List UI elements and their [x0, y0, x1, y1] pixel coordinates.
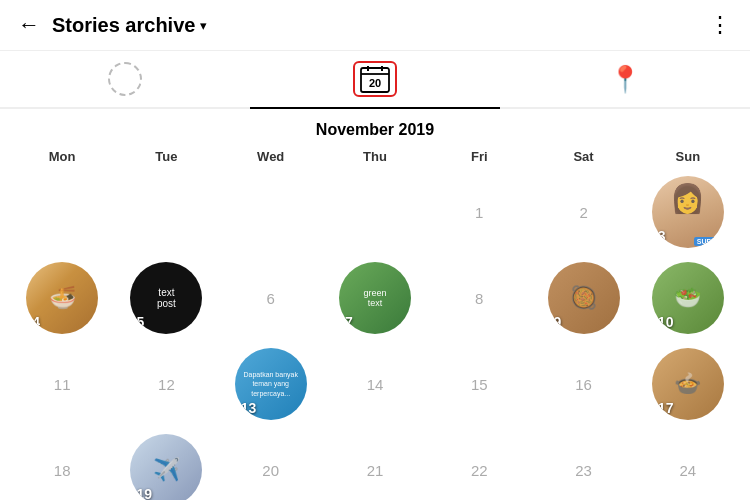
tab-location[interactable]: 📍	[500, 64, 750, 105]
calendar-week-4: 18✈️192021222324	[10, 430, 740, 500]
cal-cell-1-6[interactable]: 🥗10	[636, 258, 740, 338]
profile-circle-icon	[108, 62, 142, 96]
day-number: 15	[471, 376, 488, 393]
cal-cell-0-4: 1	[427, 172, 531, 252]
tab-bar: 20 📍	[0, 51, 750, 109]
cal-cell-1-5[interactable]: 🥘9	[531, 258, 635, 338]
day-header-tue: Tue	[114, 145, 218, 168]
cal-cell-1-3[interactable]: greentext7	[323, 258, 427, 338]
day-number: 22	[471, 462, 488, 479]
day-number-story: 4	[32, 314, 40, 330]
tab-profile[interactable]	[0, 62, 250, 106]
day-number: 1	[475, 204, 483, 221]
day-header-sun: Sun	[636, 145, 740, 168]
day-header-wed: Wed	[219, 145, 323, 168]
day-header-mon: Mon	[10, 145, 114, 168]
day-number: 21	[367, 462, 384, 479]
cal-cell-3-5: 23	[531, 430, 635, 500]
day-number-story: 5	[136, 314, 144, 330]
back-button[interactable]: ←	[18, 12, 40, 38]
cal-cell-0-6[interactable]: 👩3SUPER	[636, 172, 740, 252]
day-number-story: 13	[241, 400, 257, 416]
day-number: 24	[680, 462, 697, 479]
cal-cell-2-3: 14	[323, 344, 427, 424]
day-header-thu: Thu	[323, 145, 427, 168]
day-number-story: 3	[658, 228, 666, 244]
cal-cell-3-0: 18	[10, 430, 114, 500]
cal-cell-0-1	[114, 172, 218, 252]
day-number: 18	[54, 462, 71, 479]
cal-cell-3-1[interactable]: ✈️19	[114, 430, 218, 500]
cal-cell-3-3: 21	[323, 430, 427, 500]
cal-cell-3-2: 20	[219, 430, 323, 500]
calendar-week-1: 12👩3SUPER	[10, 172, 740, 252]
cal-cell-0-0	[10, 172, 114, 252]
svg-text:20: 20	[369, 77, 381, 89]
calendar-week-2: 🍜4textpost56greentext78🥘9🥗10	[10, 258, 740, 338]
cal-cell-0-3	[323, 172, 427, 252]
day-number-story: 9	[554, 314, 562, 330]
calendar-week-3: 1112Dapatkan banyak teman yang terpercay…	[10, 344, 740, 424]
day-number: 6	[267, 290, 275, 307]
day-number: 23	[575, 462, 592, 479]
tab-calendar[interactable]: 20	[250, 61, 500, 109]
day-header-fri: Fri	[427, 145, 531, 168]
day-number-story: 19	[136, 486, 152, 500]
day-number: 12	[158, 376, 175, 393]
cal-cell-2-5: 16	[531, 344, 635, 424]
cal-cell-0-5: 2	[531, 172, 635, 252]
day-headers-row: Mon Tue Wed Thu Fri Sat Sun	[10, 145, 740, 168]
month-label: November 2019	[0, 109, 750, 145]
day-header-sat: Sat	[531, 145, 635, 168]
cal-cell-2-4: 15	[427, 344, 531, 424]
day-number: 14	[367, 376, 384, 393]
day-number: 2	[579, 204, 587, 221]
calendar-icon: 20	[353, 61, 397, 97]
day-number: 20	[262, 462, 279, 479]
day-number-story: 17	[658, 400, 674, 416]
day-number: 16	[575, 376, 592, 393]
cal-cell-3-6: 24	[636, 430, 740, 500]
more-menu-button[interactable]: ⋮	[709, 12, 732, 38]
cal-cell-2-1: 12	[114, 344, 218, 424]
location-pin-icon: 📍	[609, 64, 641, 95]
day-number-story: 7	[345, 314, 353, 330]
cal-cell-1-0[interactable]: 🍜4	[10, 258, 114, 338]
cal-cell-2-6[interactable]: 🍲17	[636, 344, 740, 424]
cal-cell-1-2: 6	[219, 258, 323, 338]
dropdown-icon[interactable]: ▾	[200, 18, 207, 33]
cal-cell-3-4: 22	[427, 430, 531, 500]
cal-cell-1-4: 8	[427, 258, 531, 338]
cal-cell-0-2	[219, 172, 323, 252]
day-number: 8	[475, 290, 483, 307]
calendar-grid: Mon Tue Wed Thu Fri Sat Sun 12👩3SUPER🍜4t…	[0, 145, 750, 500]
day-number: 11	[54, 376, 71, 393]
page-title: Stories archive	[52, 14, 195, 37]
cal-cell-2-2[interactable]: Dapatkan banyak teman yang terpercaya...…	[219, 344, 323, 424]
day-number-story: 10	[658, 314, 674, 330]
cal-cell-1-1[interactable]: textpost5	[114, 258, 218, 338]
cal-cell-2-0: 11	[10, 344, 114, 424]
header: ← Stories archive ▾ ⋮	[0, 0, 750, 51]
